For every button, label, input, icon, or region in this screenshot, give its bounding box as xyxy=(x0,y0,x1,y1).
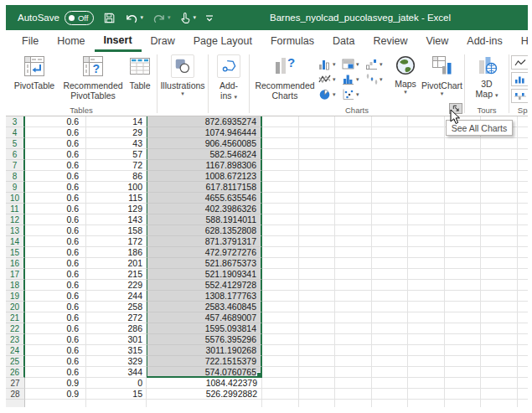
recommended-charts-button[interactable]: ? Recommended Charts xyxy=(251,52,318,101)
cell[interactable] xyxy=(481,345,518,356)
cell[interactable] xyxy=(262,214,299,225)
cell[interactable] xyxy=(445,378,482,389)
cell[interactable] xyxy=(481,258,518,269)
cell[interactable]: 906.4560085 xyxy=(147,138,262,149)
touch-mode-dropdown-caret[interactable]: ▾ xyxy=(193,14,196,21)
cell[interactable] xyxy=(335,280,372,291)
cell[interactable] xyxy=(262,204,299,214)
cell[interactable]: 526.2992882 xyxy=(147,389,262,400)
cell[interactable] xyxy=(299,312,336,323)
cell[interactable] xyxy=(445,312,482,323)
cell[interactable] xyxy=(335,356,372,367)
cell[interactable] xyxy=(408,345,445,356)
cell[interactable] xyxy=(481,247,518,258)
cell[interactable] xyxy=(335,247,372,258)
cell[interactable]: 0.6 xyxy=(25,204,86,214)
row-header[interactable]: 3 xyxy=(6,116,25,127)
cell[interactable] xyxy=(372,225,409,236)
cell[interactable] xyxy=(445,291,482,302)
cell[interactable] xyxy=(299,334,336,345)
cell[interactable] xyxy=(408,204,445,214)
cell[interactable] xyxy=(372,236,409,247)
cell[interactable] xyxy=(408,269,445,280)
row-header[interactable]: 22 xyxy=(6,323,25,334)
pivotchart-button[interactable]: PivotChart ▾ xyxy=(419,52,465,96)
cell[interactable] xyxy=(262,302,299,312)
cell[interactable] xyxy=(262,291,299,302)
cell[interactable] xyxy=(299,138,336,149)
cell[interactable] xyxy=(518,182,529,193)
cell[interactable] xyxy=(335,389,372,400)
cell[interactable] xyxy=(445,345,482,356)
tab-home[interactable]: Home xyxy=(48,30,94,52)
cell[interactable] xyxy=(518,312,529,323)
cell[interactable] xyxy=(335,182,372,193)
cell[interactable] xyxy=(445,171,482,182)
tab-draw[interactable]: Draw xyxy=(142,30,184,52)
cell[interactable] xyxy=(262,193,299,204)
row-header[interactable]: 5 xyxy=(6,138,25,149)
insert-histogram-chart-button[interactable]: ▾ xyxy=(342,71,365,86)
cell[interactable] xyxy=(372,389,409,400)
cell[interactable] xyxy=(299,367,336,378)
cell[interactable] xyxy=(262,280,299,291)
cell[interactable]: 0.6 xyxy=(25,149,86,160)
cell[interactable] xyxy=(262,225,299,236)
cell[interactable] xyxy=(408,312,445,323)
cell[interactable] xyxy=(335,225,372,236)
cell[interactable] xyxy=(481,378,518,389)
cell[interactable] xyxy=(481,291,518,302)
row-header[interactable]: 13 xyxy=(6,225,25,236)
cell[interactable] xyxy=(372,214,409,225)
autosave-toggle[interactable]: Off xyxy=(65,11,95,25)
cell[interactable] xyxy=(372,116,409,127)
cell[interactable] xyxy=(372,127,409,138)
cell[interactable] xyxy=(445,236,482,247)
cell[interactable]: 0.6 xyxy=(25,280,86,291)
cell[interactable] xyxy=(445,182,482,193)
cell[interactable] xyxy=(518,258,529,269)
cell[interactable] xyxy=(262,116,299,127)
cell[interactable]: 2583.460845 xyxy=(147,302,262,312)
cell[interactable] xyxy=(518,323,529,334)
cell[interactable] xyxy=(518,291,529,302)
cell[interactable] xyxy=(481,389,518,400)
cell[interactable] xyxy=(408,225,445,236)
tab-page-layout[interactable]: Page Layout xyxy=(184,30,261,52)
cell[interactable] xyxy=(299,280,336,291)
cell[interactable] xyxy=(335,138,372,149)
cell[interactable] xyxy=(299,149,336,160)
cell[interactable] xyxy=(481,302,518,312)
cell[interactable]: 86 xyxy=(86,171,147,182)
cell[interactable] xyxy=(518,171,529,182)
cell[interactable] xyxy=(299,214,336,225)
cell[interactable] xyxy=(372,258,409,269)
cell[interactable]: 0.6 xyxy=(25,302,86,312)
cell[interactable]: 115 xyxy=(86,193,147,204)
cell[interactable] xyxy=(335,269,372,280)
redo-button[interactable]: ▾ xyxy=(152,12,171,24)
cell[interactable] xyxy=(445,160,482,171)
insert-pie-chart-button[interactable]: ▾ xyxy=(318,86,342,101)
cell[interactable] xyxy=(335,345,372,356)
cell[interactable]: 1008.672123 xyxy=(147,171,262,182)
cell[interactable] xyxy=(262,356,299,367)
cell[interactable] xyxy=(481,312,518,323)
row-header[interactable]: 17 xyxy=(6,269,25,280)
cell[interactable] xyxy=(408,280,445,291)
cell[interactable] xyxy=(481,160,518,171)
cell[interactable] xyxy=(445,400,482,407)
cell[interactable]: 201 xyxy=(86,258,147,269)
3d-map-button[interactable]: 3D Map ▾ xyxy=(472,52,502,99)
tab-data[interactable]: Data xyxy=(323,30,364,52)
cell[interactable]: 158 xyxy=(86,225,147,236)
cell[interactable] xyxy=(299,356,336,367)
cell[interactable]: 0.6 xyxy=(25,214,86,225)
cell[interactable]: 0.6 xyxy=(25,182,86,193)
cell[interactable] xyxy=(518,116,529,127)
cell[interactable] xyxy=(262,149,299,160)
cell[interactable] xyxy=(518,269,529,280)
insert-line-chart-button[interactable]: ▾ xyxy=(318,71,342,86)
illustrations-button[interactable]: Illustrations ▾ xyxy=(158,52,207,96)
cell[interactable] xyxy=(445,225,482,236)
